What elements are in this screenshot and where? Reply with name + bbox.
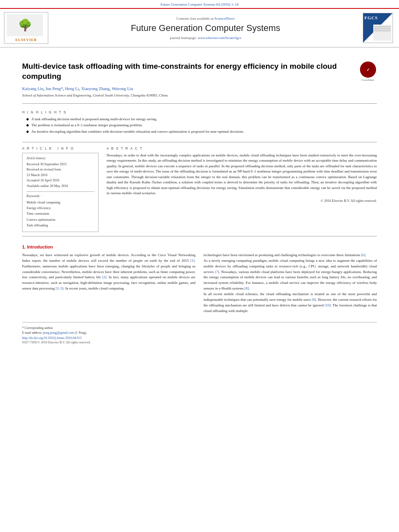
- journal-citation-text: Future Generation Computer Systems 64 (2…: [160, 2, 239, 6]
- introduction-section: 1. Introduction Nowadays, we have witnes…: [22, 244, 377, 314]
- article-info-label: A R T I C L E I N F O: [22, 146, 99, 150]
- intro-section-num: 1.: [22, 244, 26, 249]
- copyright-line: © 2016 Elsevier B.V. All rights reserved…: [107, 199, 377, 203]
- corresponding-label: * Corresponding author.: [22, 326, 53, 330]
- fgcs-logo: FGCS: [363, 13, 395, 43]
- divider-1: [22, 103, 377, 104]
- email-suffix: (J. Peng).: [75, 331, 87, 335]
- email-label: E-mail address:: [22, 331, 42, 335]
- elsevier-wordmark: ELSEVIER: [15, 38, 37, 42]
- date-received: Received 30 September 2015: [27, 162, 94, 167]
- journal-header: 🌳 ELSEVIER Contents lists available at S…: [0, 8, 399, 47]
- author-kaiyang[interactable]: Kaiyang Liu: [22, 86, 43, 91]
- journal-header-center: Contents lists available at ScienceDirec…: [48, 16, 363, 40]
- intro-body: Nowadays, we have witnessed an explosive…: [22, 253, 377, 314]
- info-inner-divider: [27, 191, 94, 192]
- keyword-4: Convex optimization: [27, 217, 94, 222]
- intro-heading: 1. Introduction: [22, 244, 377, 249]
- date-received-revised-label: Received in revised form: [27, 167, 94, 173]
- fgcs-letters: FGCS: [364, 15, 378, 20]
- ref-10[interactable]: [10]: [325, 303, 331, 307]
- author-weirong[interactable]: Weirong Liu: [112, 86, 133, 91]
- author-jun[interactable]: Jun Peng*: [45, 86, 63, 91]
- affiliation: School of Information Science and Engine…: [22, 93, 377, 97]
- elsevier-logo: 🌳 ELSEVIER: [4, 12, 48, 44]
- journal-citation: Future Generation Computer Systems 64 (2…: [0, 0, 399, 8]
- homepage-link[interactable]: www.elsevier.com/locate/fgcs: [198, 36, 241, 40]
- author-xiaoyong[interactable]: Xiaoyong Zhang: [81, 86, 110, 91]
- crossmark-icon: ✓: [360, 62, 376, 78]
- doi-link[interactable]: http://dx.doi.org/10.1016/j.future.2016.…: [22, 336, 377, 340]
- abstract-label: A B S T R A C T: [107, 146, 377, 150]
- footer-section: * Corresponding author. E-mail address: …: [22, 322, 377, 346]
- ref-6[interactable]: [6]: [361, 253, 366, 257]
- ref-8[interactable]: [8]: [245, 286, 249, 290]
- crossmark-label: CrossMark: [359, 78, 377, 82]
- ref-9[interactable]: [9]: [312, 298, 316, 302]
- footnote-corresponding: * Corresponding author.: [22, 326, 377, 331]
- article-title-section: Multi-device task offloading with time-c…: [22, 53, 377, 86]
- date-accepted: Accepted 16 April 2016: [27, 178, 94, 183]
- highlight-text-2: The problem is formalized as a 0–1 nonli…: [31, 123, 143, 128]
- bullet-2: ◆: [26, 123, 29, 128]
- intro-right-para-2: As a newly emerging computing paradigm, …: [204, 258, 377, 292]
- highlights-list: ◆ A task offloading decision method is p…: [22, 117, 377, 134]
- history-label: Article history:: [27, 156, 94, 160]
- ref-3-5[interactable]: [3–5]: [56, 286, 64, 290]
- crossmark-svg: ✓: [363, 65, 373, 74]
- highlights-section: H I G H L I G H T S ◆ A task offloading …: [22, 107, 377, 139]
- article-title: Multi-device task offloading with time-c…: [22, 62, 359, 81]
- ref-7[interactable]: [7]: [215, 270, 219, 274]
- divider-3: [22, 236, 377, 236]
- keyword-2: Energy efficiency: [27, 205, 94, 211]
- highlight-text-3: An iterative decoupling algorithm that c…: [31, 129, 244, 134]
- crossmark-badge: ✓ CrossMark: [359, 62, 377, 82]
- elsevier-tree-icon: 🌳: [18, 18, 32, 32]
- divider-2: [22, 142, 377, 142]
- intro-left-para: Nowadays, we have witnessed an explosive…: [22, 253, 195, 292]
- bullet-3: ◆: [26, 129, 29, 134]
- highlight-text-1: A task offloading decision method is pro…: [31, 117, 157, 122]
- science-direct-link[interactable]: ScienceDirect: [214, 16, 234, 21]
- journal-homepage: journal homepage: www.elsevier.com/locat…: [56, 36, 355, 40]
- highlights-label: H I G H L I G H T S: [22, 110, 377, 114]
- date-revised: 23 March 2016: [27, 173, 94, 178]
- journal-title: Future Generation Computer Systems: [56, 23, 355, 33]
- abstract-column: A B S T R A C T Nowadays, in order to de…: [107, 146, 377, 232]
- ref-1[interactable]: [1]: [190, 259, 195, 263]
- authors-line: Kaiyang Liu, Jun Peng*, Heng Li, Xiaoyon…: [22, 86, 377, 92]
- footnote-email: E-mail address: peng.pengj@gmail.com (J.…: [22, 331, 377, 335]
- svg-text:✓: ✓: [366, 68, 370, 72]
- bullet-1: ◆: [26, 117, 29, 122]
- abstract-text: Nowadays, in order to deal with the incr…: [107, 153, 377, 196]
- intro-left-col: Nowadays, we have witnessed an explosive…: [22, 253, 195, 314]
- info-abstract-section: A R T I C L E I N F O Article history: R…: [22, 146, 377, 232]
- contents-available: Contents lists available at ScienceDirec…: [56, 16, 355, 21]
- author-heng[interactable]: Heng Li: [65, 86, 79, 91]
- keywords-label: Keywords:: [27, 194, 94, 198]
- date-available: Available online 20 May 2016: [27, 183, 94, 189]
- highlight-item-3: ◆ An iterative decoupling algorithm that…: [26, 129, 377, 134]
- intro-title: Introduction: [27, 244, 53, 249]
- intro-right-col: technologies have been envisioned as pro…: [204, 253, 377, 314]
- main-content: Multi-device task offloading with time-c…: [0, 47, 399, 352]
- article-info-box: Article history: Received 30 September 2…: [22, 153, 99, 232]
- article-info-column: A R T I C L E I N F O Article history: R…: [22, 146, 99, 232]
- highlight-item-2: ◆ The problem is formalized as a 0–1 non…: [26, 123, 377, 128]
- ref-2[interactable]: [2]: [102, 275, 107, 279]
- keyword-1: Mobile cloud computing: [27, 199, 94, 205]
- keyword-5: Task offloading: [27, 222, 94, 228]
- footer-copyright: 0167-739X/© 2016 Elsevier B.V. All right…: [22, 341, 377, 344]
- intro-right-para-1: technologies have been envisioned as pro…: [204, 253, 377, 258]
- intro-right-para-3: In all recent mobile cloud schemes, the …: [204, 292, 377, 314]
- contents-text: Contents lists available at: [177, 16, 214, 21]
- email-link[interactable]: peng.pengj@gmail.com: [43, 331, 74, 335]
- highlight-item-1: ◆ A task offloading decision method is p…: [26, 117, 377, 122]
- keyword-3: Time constraints: [27, 211, 94, 216]
